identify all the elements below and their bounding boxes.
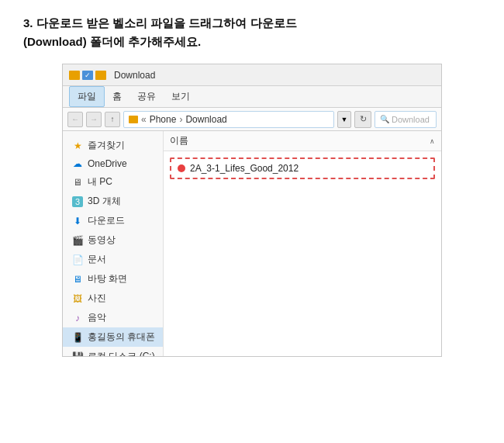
back-button[interactable]: ←: [67, 112, 83, 127]
doc-icon: 📄: [72, 254, 83, 265]
path-folder-icon: [129, 116, 138, 123]
menu-item-home[interactable]: 홈: [105, 87, 129, 106]
sidebar-item-desktop[interactable]: 🖥 바탕 화면: [63, 269, 163, 289]
refresh-button[interactable]: ↻: [354, 111, 371, 128]
search-icon: 🔍: [380, 115, 389, 123]
sidebar-label-doc: 문서: [88, 253, 106, 266]
sidebar-label-music: 음악: [88, 311, 106, 324]
forward-button[interactable]: →: [86, 112, 102, 127]
3d-icon: 3: [72, 196, 83, 207]
menu-bar: 파일 홈 공유 보기: [63, 86, 441, 108]
file-item-ringtone[interactable]: 2A_3-1_Lifes_Good_2012: [170, 157, 435, 179]
path-breadcrumb-chevron: «: [141, 114, 147, 125]
sidebar-label-3d: 3D 개체: [88, 195, 121, 208]
title-folder-icon: [69, 71, 80, 80]
address-path[interactable]: « Phone › Download: [123, 111, 334, 128]
sidebar-label-favorites: 즐겨찾기: [88, 139, 125, 152]
instruction-text: 3. 다운로드 받은 벨소리 파일을 드래그하여 다운로드 (Download)…: [23, 14, 481, 51]
address-bar: ← → ↑ « Phone › Download ▼ ↻ 🔍 Download: [63, 108, 441, 131]
favorites-icon: ★: [72, 140, 83, 151]
menu-item-share[interactable]: 공유: [129, 87, 164, 106]
menu-item-view[interactable]: 보기: [164, 87, 198, 106]
file-dot-icon: [178, 164, 185, 172]
title-bar-icons: ✓: [69, 71, 106, 80]
path-sep1: ›: [179, 114, 182, 125]
instruction-step: 3.: [23, 16, 33, 29]
instruction-line1: 다운로드 받은 벨소리 파일을 드래그하여 다운로드: [36, 16, 297, 29]
sidebar-label-phone: 홍길동의 휴대폰: [88, 331, 155, 344]
path-dropdown-button[interactable]: ▼: [337, 111, 351, 128]
up-button[interactable]: ↑: [105, 112, 120, 127]
photo-icon: 🖼: [72, 293, 83, 304]
sidebar-item-photo[interactable]: 🖼 사진: [63, 289, 163, 308]
path-phone: Phone: [150, 114, 177, 125]
sidebar-item-phone[interactable]: 📱 홍길동의 휴대폰: [63, 327, 163, 347]
sidebar-item-localdisk[interactable]: 💾 로컬 디스크 (C:): [63, 347, 163, 356]
sidebar-label-photo: 사진: [88, 292, 106, 305]
title-bar-text: Download: [114, 70, 155, 81]
sidebar-item-3d[interactable]: 3 3D 개체: [63, 192, 163, 211]
sidebar-item-mypc[interactable]: 🖥 내 PC: [63, 172, 163, 192]
disk-icon: 💾: [72, 351, 83, 357]
desktop-icon: 🖥: [72, 274, 83, 285]
menu-item-file[interactable]: 파일: [69, 86, 105, 107]
mypc-icon: 🖥: [72, 177, 83, 188]
file-name-label: 2A_3-1_Lifes_Good_2012: [190, 163, 299, 174]
file-list-area: 이름 ∧ 2A_3-1_Lifes_Good_2012: [164, 131, 441, 356]
sidebar-label-onedrive: OneDrive: [88, 158, 127, 169]
content-area: ★ 즐겨찾기 ☁ OneDrive 🖥 내 PC 3 3D 개체 ⬇: [63, 131, 441, 356]
instruction-line2: (Download) 폴더에 추가해주세요.: [23, 35, 201, 48]
path-download: Download: [185, 114, 226, 125]
sidebar: ★ 즐겨찾기 ☁ OneDrive 🖥 내 PC 3 3D 개체 ⬇: [63, 131, 164, 356]
title-bar: ✓ Download: [63, 64, 441, 86]
title-check-icon: ✓: [82, 71, 93, 80]
sidebar-item-download[interactable]: ⬇ 다운로드: [63, 211, 163, 230]
page-wrapper: 3. 다운로드 받은 벨소리 파일을 드래그하여 다운로드 (Download)…: [0, 0, 504, 371]
phone-icon: 📱: [72, 332, 83, 343]
sidebar-label-localdisk: 로컬 디스크 (C:): [88, 350, 155, 356]
onedrive-icon: ☁: [72, 158, 83, 169]
column-header: 이름 ∧: [164, 131, 441, 151]
video-icon: 🎬: [72, 235, 83, 246]
download-icon: ⬇: [72, 216, 83, 227]
explorer-window: ✓ Download 파일 홈 공유 보기 ← → ↑ « Phone › Do…: [62, 64, 442, 357]
sidebar-label-video: 동영상: [88, 234, 116, 247]
sidebar-item-onedrive[interactable]: ☁ OneDrive: [63, 155, 163, 172]
music-icon: ♪: [72, 313, 83, 324]
sidebar-item-music[interactable]: ♪ 음악: [63, 308, 163, 327]
sidebar-label-mypc: 내 PC: [88, 175, 112, 189]
sidebar-item-doc[interactable]: 📄 문서: [63, 250, 163, 269]
search-box[interactable]: 🔍 Download: [375, 111, 437, 128]
search-placeholder: Download: [392, 115, 430, 124]
sidebar-label-download: 다운로드: [88, 214, 125, 227]
sidebar-item-favorites[interactable]: ★ 즐겨찾기: [63, 136, 163, 155]
sort-arrow-icon: ∧: [430, 137, 435, 145]
title-folder-icon2: [95, 71, 106, 80]
sidebar-item-video[interactable]: 🎬 동영상: [63, 230, 163, 250]
column-name-label: 이름: [170, 134, 430, 147]
sidebar-label-desktop: 바탕 화면: [88, 272, 127, 286]
